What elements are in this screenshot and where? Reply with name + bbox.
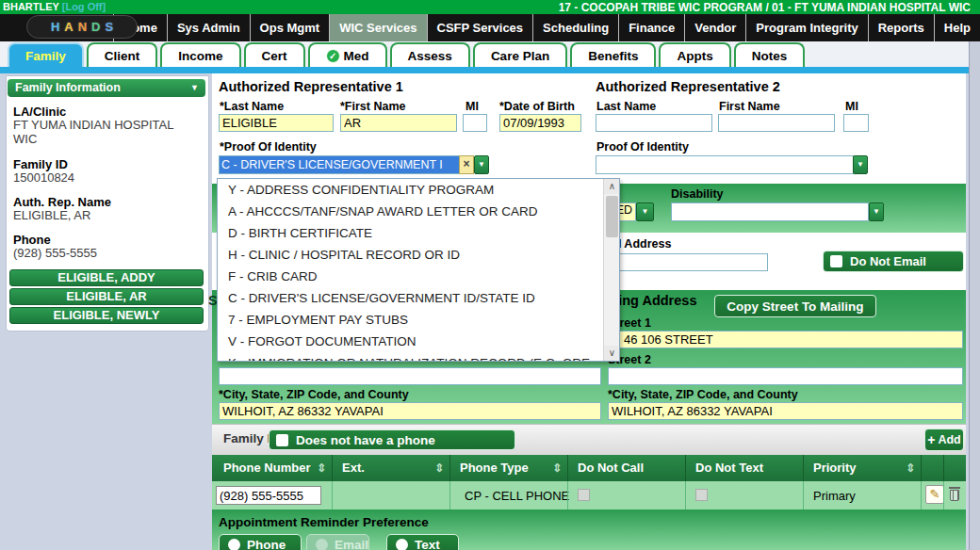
tab-benefits[interactable]: Benefits <box>570 42 656 67</box>
tab-label: Appts <box>677 45 712 67</box>
ar2-proof-dropdown-button[interactable]: ▼ <box>853 155 868 174</box>
nav-reports[interactable]: Reports <box>868 14 934 41</box>
row-phone-number-input[interactable] <box>216 486 321 505</box>
phone-table-row: CP - CELL PHONE Primary ✎ <box>212 481 966 510</box>
record-tab-bar: Family Client Income Cert ✓Med Assess Ca… <box>0 41 980 67</box>
dropdown-scrollbar[interactable]: ∧ ∨ <box>603 179 619 361</box>
tab-income[interactable]: Income <box>160 42 240 67</box>
do-not-email-checkbox[interactable] <box>830 255 842 267</box>
tab-underline-strip <box>0 67 969 73</box>
sort-icon-ext[interactable]: ⇕ <box>434 455 444 481</box>
dropdown-option[interactable]: Y - ADDRESS CONFIDENTIALITY PROGRAM <box>218 179 619 201</box>
mailing-street1-input[interactable] <box>608 331 963 348</box>
reminder-option-text[interactable]: Text <box>386 534 459 550</box>
ar1-proof-combobox[interactable]: C - DRIVER'S LICENSE/GOVERNMENT I <box>219 155 459 174</box>
hands-logo: H A N D S <box>26 15 138 39</box>
scroll-down-icon[interactable]: ∨ <box>604 346 620 361</box>
row-priority: Primary <box>813 489 856 503</box>
reminder-option-email[interactable]: Email <box>306 534 369 550</box>
dropdown-option[interactable]: D - BIRTH CERTIFICATE <box>218 222 619 244</box>
partially-hidden-dropdown-button[interactable]: ▼ <box>636 202 654 221</box>
logo-letter: N <box>78 20 87 34</box>
family-info-header-label: Family Information <box>15 81 121 94</box>
username: BHARTLEY <box>3 1 59 12</box>
tab-care-plan[interactable]: Care Plan <box>473 42 567 67</box>
client-button-eligible-ar[interactable]: ELIGIBLE, AR <box>9 288 204 305</box>
disability-dropdown-button[interactable]: ▼ <box>869 202 884 221</box>
ar2-proof-combobox[interactable] <box>596 155 854 174</box>
col-phone-number[interactable]: Phone Number <box>223 455 310 481</box>
dropdown-option[interactable]: 7 - EMPLOYMENT PAY STUBS <box>218 309 619 331</box>
sort-icon-phone-number[interactable]: ⇕ <box>317 455 326 481</box>
tab-family[interactable]: Family <box>8 42 84 67</box>
sort-icon-priority[interactable]: ⇕ <box>906 455 915 481</box>
ar2-first-name-input[interactable] <box>718 114 835 132</box>
dropdown-option[interactable]: C - DRIVER'S LICENSE/GOVERNMENT ID/STATE… <box>218 287 619 309</box>
ar1-last-name-input[interactable] <box>219 114 334 132</box>
no-phone-checkbox[interactable] <box>276 434 288 446</box>
disability-combobox[interactable] <box>671 202 869 221</box>
nav-csfp-services[interactable]: CSFP Services <box>427 14 533 41</box>
nav-program-integrity[interactable]: Program Integrity <box>745 14 867 41</box>
dropdown-option[interactable]: V - FORGOT DOCUMENTATION <box>218 331 619 352</box>
log-off-link[interactable]: [Log Off] <box>62 1 106 12</box>
nav-wic-services[interactable]: WIC Services <box>329 14 426 41</box>
tab-label: Assess <box>408 45 452 67</box>
mailing-city-input[interactable] <box>608 402 963 420</box>
nav-ops-mgmt[interactable]: Ops Mgmt <box>250 14 330 41</box>
client-button-eligible-addy[interactable]: ELIGIBLE, ADDY <box>9 269 204 286</box>
nav-scheduling[interactable]: Scheduling <box>532 14 618 41</box>
nav-finance[interactable]: Finance <box>618 14 684 41</box>
radio-icon <box>228 539 240 550</box>
tab-assess[interactable]: Assess <box>390 42 470 67</box>
ar1-first-name-input[interactable] <box>340 114 457 132</box>
family-info-header[interactable]: Family Information ▼ <box>8 79 205 97</box>
street-city-input[interactable] <box>219 402 601 420</box>
ar2-last-name-input[interactable] <box>596 114 712 132</box>
dropdown-option[interactable]: A - AHCCCS/TANF/SNAP AWARD LETTER OR CAR… <box>218 201 619 222</box>
logo-letter: S <box>105 20 113 34</box>
program-clinic-title: 17 - COCOPAH TRIBE WIC PROGRAM / 01 - FT… <box>559 1 971 14</box>
scroll-up-icon[interactable]: ∧ <box>604 179 620 194</box>
sort-icon-phone-type[interactable]: ⇕ <box>552 455 562 481</box>
copy-street-to-mailing-button[interactable]: Copy Street To Mailing <box>714 295 876 317</box>
tab-client[interactable]: Client <box>87 42 158 67</box>
ar1-proof-dropdown-button[interactable]: ▼ <box>474 155 489 174</box>
ar2-first-name-label: First Name <box>719 100 780 113</box>
nav-help[interactable]: Help <box>934 14 980 41</box>
row-do-not-call-checkbox[interactable] <box>578 489 590 501</box>
ar1-dob-input[interactable] <box>499 114 581 132</box>
tab-appts[interactable]: Appts <box>659 42 730 67</box>
dropdown-option[interactable]: H - CLINIC / HOSPITAL RECORD OR ID <box>218 244 619 266</box>
col-ext[interactable]: Ext. <box>342 455 365 481</box>
proof-of-identity-dropdown-list: Y - ADDRESS CONFIDENTIALITY PROGRAM A - … <box>217 178 620 362</box>
dropdown-option[interactable]: F - CRIB CARD <box>218 266 619 287</box>
nav-vendor[interactable]: Vendor <box>684 14 745 41</box>
phone-table-header: Phone Number ⇕ Ext. ⇕ Phone Type ⇕ Do No… <box>212 455 966 481</box>
tab-notes[interactable]: Notes <box>734 42 806 67</box>
tab-cert[interactable]: Cert <box>244 42 305 67</box>
tab-med[interactable]: ✓Med <box>308 42 387 67</box>
plus-icon: + <box>927 432 935 447</box>
ar2-mi-input[interactable] <box>843 114 869 132</box>
no-phone-toggle[interactable]: Does not have a phone <box>269 429 515 450</box>
edit-phone-icon[interactable]: ✎ <box>925 485 944 504</box>
reminder-option-phone[interactable]: Phone <box>219 534 302 550</box>
scrollbar-thumb[interactable] <box>606 196 618 237</box>
col-priority[interactable]: Priority <box>813 455 857 481</box>
delete-phone-icon[interactable] <box>947 485 962 504</box>
ar2-last-name-label: Last Name <box>596 100 656 113</box>
client-button-eligible-newly[interactable]: ELIGIBLE, NEWLY <box>9 307 204 324</box>
col-phone-type[interactable]: Phone Type <box>460 455 529 481</box>
clear-selection-button[interactable]: × <box>459 155 474 174</box>
dropdown-option[interactable]: K - IMMIGRATION OR NATURALIZATION RECORD… <box>218 352 619 362</box>
do-not-email-toggle[interactable]: Do Not Email <box>823 251 964 272</box>
nav-sys-admin[interactable]: Sys Admin <box>167 14 250 41</box>
hands-wic-app-window: BHARTLEY [Log Off] 17 - COCOPAH TRIBE WI… <box>0 0 980 550</box>
row-do-not-text-checkbox[interactable] <box>695 489 708 501</box>
ar1-mi-input[interactable] <box>463 114 487 132</box>
street-street2-input[interactable] <box>219 367 601 385</box>
chevron-down-icon: ▼ <box>190 79 199 97</box>
mailing-street2-input[interactable] <box>608 367 963 385</box>
add-phone-button[interactable]: + Add <box>924 429 964 451</box>
